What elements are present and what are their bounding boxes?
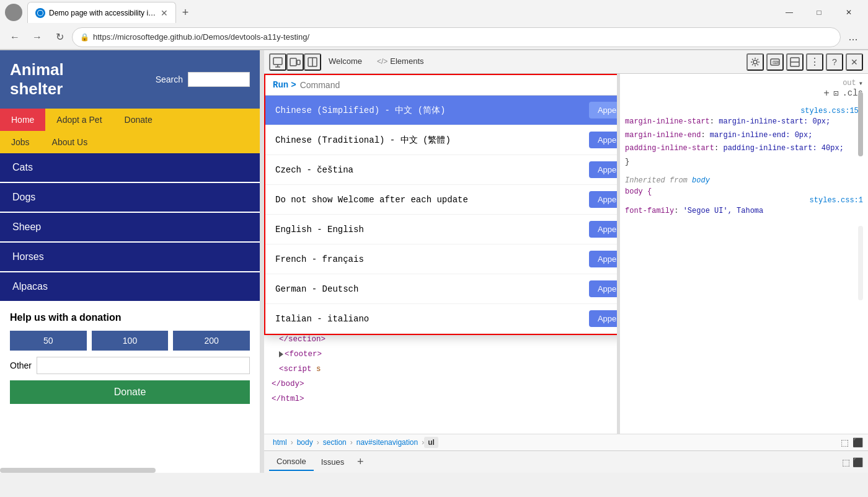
amount-100-button[interactable]: 100 [92, 331, 169, 351]
styles-file-link-row: styles.css:156 [625, 107, 863, 115]
amount-200-button[interactable]: 200 [173, 331, 250, 351]
nav-bar: ← → ↻ 🔒 https://microsoftedge.github.io/… [0, 25, 868, 50]
more-options-icon[interactable]: ⋮ [806, 53, 823, 71]
add-rule-icon[interactable]: + [823, 88, 830, 99]
browser-more-button[interactable]: ... [843, 27, 863, 47]
command-input-bar: Run > [265, 75, 618, 96]
nav-home[interactable]: Home [0, 109, 45, 131]
dropdown-item-french[interactable]: French - français Appearance [265, 244, 618, 274]
appearance-button-2[interactable]: Appearance [589, 132, 618, 148]
breadcrumb-ul[interactable]: ul [424, 437, 438, 448]
styles-link-2[interactable]: styles.css:1 [810, 196, 863, 205]
dropdown-item-label: Italian - italiano [275, 314, 369, 324]
dock-icon[interactable] [786, 53, 804, 71]
appearance-button-4[interactable]: Appearance [589, 191, 618, 208]
nav-jobs[interactable]: Jobs [0, 131, 41, 153]
tab-favicon [35, 8, 45, 18]
bottom-expand-icon[interactable]: ⬚ [842, 457, 850, 467]
command-input[interactable] [300, 80, 618, 90]
amount-50-button[interactable]: 50 [10, 331, 87, 351]
other-amount-input[interactable] [37, 357, 250, 374]
search-input[interactable] [188, 72, 250, 87]
dropdown-item-german[interactable]: German - Deutsch Appearance [265, 274, 618, 304]
svg-text:⌨: ⌨ [773, 60, 779, 65]
bottom-right-icons: ⬚ ⬛ [842, 457, 863, 467]
animal-item-cats[interactable]: Cats [0, 153, 260, 182]
styles-inherited-label: Inherited from body [625, 176, 863, 185]
styles-dropdown-icon[interactable]: ▾ [859, 79, 863, 88]
breadcrumb-dock-icon[interactable]: ⬛ [852, 437, 863, 447]
html-tree-pane: <!DOCTYPE html> <html lang="... <head>..… [264, 74, 618, 434]
animal-item-alpacas[interactable]: Alpacas [0, 272, 260, 301]
styles-prop-3: padding-inline-start: padding-inline-sta… [625, 142, 863, 156]
maximize-button[interactable]: □ [805, 3, 833, 22]
dropdown-item-czech[interactable]: Czech - čeština Appearance [265, 155, 618, 185]
dropdown-item-chinese-traditional[interactable]: Chinese (Traditional) - 中文 (繁體) Appearan… [265, 125, 618, 155]
dt-panel-body: <!DOCTYPE html> <html lang="... <head>..… [264, 74, 868, 434]
dropdown-list: Chinese (Simplified) - 中文 (简体) Appearanc… [265, 96, 618, 334]
animal-item-sheep[interactable]: Sheep [0, 213, 260, 241]
inspect-element-icon[interactable] [269, 53, 286, 71]
appearance-button-8[interactable]: Appearance [589, 310, 618, 327]
address-bar[interactable]: 🔒 https://microsoftedge.github.io/Demos/… [72, 27, 841, 47]
animal-item-dogs[interactable]: Dogs [0, 183, 260, 212]
back-button[interactable]: ← [5, 27, 25, 47]
appearance-button-3[interactable]: Appearance [589, 161, 618, 178]
close-button[interactable]: ✕ [835, 3, 863, 22]
dropdown-item-no-welcome[interactable]: Do not show Welcome after each update Ap… [265, 185, 618, 215]
styles-scrollbar[interactable] [858, 226, 863, 300]
appearance-button-1[interactable]: Appearance [589, 102, 618, 119]
new-tab-button[interactable]: + [176, 2, 195, 23]
device-mode-icon[interactable] [286, 53, 304, 71]
styles-inherited-section: Inherited from body body { styles.css:1 … [625, 176, 863, 218]
breadcrumb-body[interactable]: body [293, 437, 317, 448]
appearance-button-5[interactable]: Appearance [589, 221, 618, 238]
help-icon[interactable]: ? [826, 53, 843, 71]
browser-chrome: Demo page with accessibility issu ✕ + — … [0, 0, 868, 50]
animal-item-horses[interactable]: Horses [0, 243, 260, 271]
dropdown-item-chinese-simplified[interactable]: Chinese (Simplified) - 中文 (简体) Appearanc… [265, 96, 618, 125]
add-tab-button[interactable]: + [352, 454, 369, 471]
tab-close-button[interactable]: ✕ [161, 8, 168, 18]
keyboard-shortcut-icon[interactable]: ⌨ [766, 53, 784, 71]
styles-prop-2: margin-inline-end: margin-inline-end: 0p… [625, 129, 863, 143]
nav-about[interactable]: About Us [41, 131, 99, 153]
dropdown-item-italian[interactable]: Italian - italiano Appearance [265, 304, 618, 334]
styles-link-1[interactable]: styles.css:156 [800, 107, 863, 115]
forward-button[interactable]: → [27, 27, 47, 47]
bottom-tab-issues[interactable]: Issues [314, 454, 352, 470]
inherited-element-link[interactable]: body [692, 176, 710, 185]
main-layout: Animalshelter Search Home Adopt a Pet Do… [0, 50, 868, 473]
inspect-property-icon[interactable]: ⊡ [833, 88, 838, 99]
appearance-button-6[interactable]: Appearance [589, 251, 618, 267]
nav-donate[interactable]: Donate [113, 109, 164, 131]
donate-button[interactable]: Donate [10, 380, 250, 404]
dropdown-item-label: Do not show Welcome after each update [275, 195, 468, 205]
minimize-button[interactable]: — [775, 3, 804, 22]
settings-icon[interactable] [746, 53, 764, 71]
dt-top-icons: ⌨ ⋮ ? ✕ [746, 53, 863, 71]
site-search: Search [156, 72, 250, 87]
devtools-close-icon[interactable]: ✕ [846, 53, 863, 71]
appearance-button-7[interactable]: Appearance [589, 280, 618, 297]
breadcrumb-section[interactable]: section [319, 437, 350, 448]
expand-footer-icon[interactable] [279, 351, 283, 357]
styles-icons-row: + ⊡ .cls [625, 88, 863, 99]
refresh-button[interactable]: ↻ [50, 27, 69, 47]
dropdown-item-english[interactable]: English - English Appearance [265, 215, 618, 244]
dt-tab-welcome[interactable]: Welcome [321, 53, 370, 71]
active-tab[interactable]: Demo page with accessibility issu ✕ [27, 2, 176, 23]
panel-layout-icon[interactable] [304, 53, 321, 71]
dt-tab-elements[interactable]: </> Elements [370, 53, 432, 71]
horizontal-scrollbar[interactable] [0, 468, 156, 473]
breadcrumb-expand-icon[interactable]: ⬚ [841, 437, 849, 447]
lock-icon: 🔒 [80, 33, 89, 42]
tree-line: </html> [264, 392, 617, 406]
bottom-dock-icon[interactable]: ⬛ [852, 457, 863, 467]
title-bar: Demo page with accessibility issu ✕ + — … [0, 0, 868, 25]
bottom-tab-console[interactable]: Console [269, 453, 314, 471]
breadcrumb-nav[interactable]: nav#sitenavigation [353, 437, 422, 448]
nav-adopt[interactable]: Adopt a Pet [45, 109, 113, 131]
run-label: Run [273, 80, 288, 90]
breadcrumb-html[interactable]: html [269, 437, 291, 448]
